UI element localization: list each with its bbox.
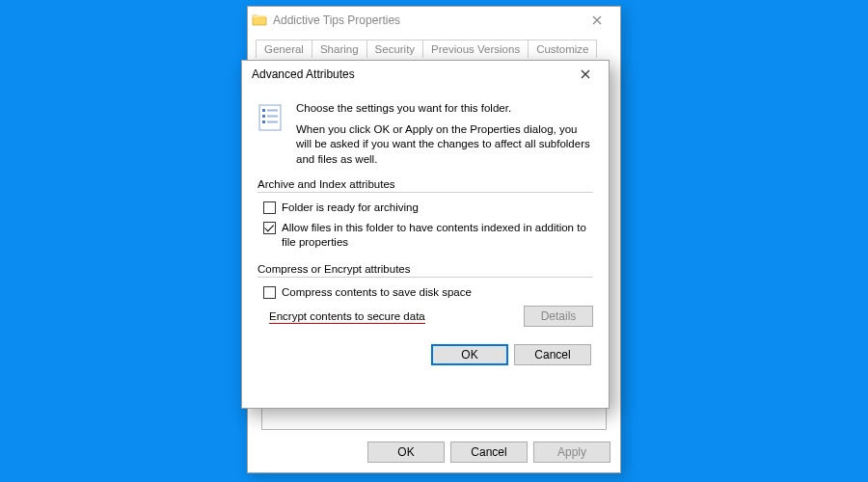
svg-rect-6 [267,116,278,118]
properties-ok-button[interactable]: OK [367,442,445,463]
checkbox-encrypt-row: Encrypt contents to secure data Details [263,306,593,327]
adv-intro-line2: When you click OK or Apply on the Proper… [296,122,593,168]
checkbox-encrypt-label[interactable]: Encrypt contents to secure data [269,310,425,322]
properties-close-icon[interactable] [578,8,616,33]
tab-previous-versions[interactable]: Previous Versions [422,40,529,58]
group-compress-encrypt-label: Compress or Encrypt attributes [258,263,593,275]
advanced-attributes-dialog: Advanced Attributes [241,60,610,409]
adv-close-icon[interactable] [566,62,605,87]
svg-rect-8 [267,121,278,123]
tab-security[interactable]: Security [366,40,424,58]
svg-rect-5 [262,115,265,118]
svg-rect-4 [267,110,278,112]
properties-title: Addictive Tips Properties [273,13,578,27]
svg-rect-7 [262,120,265,123]
folder-icon [252,13,267,28]
group-compress-encrypt: Compress or Encrypt attributes Compress … [258,263,593,327]
checkbox-archive-row[interactable]: Folder is ready for archiving [263,201,593,215]
properties-cancel-button[interactable]: Cancel [450,442,528,463]
checkbox-index[interactable] [263,222,276,234]
properties-button-row: OK Cancel Apply [367,442,610,463]
adv-intro: Choose the settings you want for this fo… [258,101,593,167]
desktop: Addictive Tips Properties General Sharin… [0,0,868,482]
group-archive-index-label: Archive and Index attributes [258,178,593,190]
checkbox-index-row[interactable]: Allow files in this folder to have conte… [263,221,593,250]
adv-title: Advanced Attributes [246,67,566,81]
checkbox-archive-label: Folder is ready for archiving [282,201,593,215]
group-archive-index: Archive and Index attributes Folder is r… [258,178,593,250]
group-divider [258,192,593,193]
properties-titlebar: Addictive Tips Properties [248,7,620,34]
checkbox-archive[interactable] [263,201,276,214]
checkbox-compress[interactable] [263,286,276,299]
adv-titlebar: Advanced Attributes [242,61,609,88]
tab-sharing[interactable]: Sharing [312,40,367,58]
checkbox-index-label: Allow files in this folder to have conte… [282,221,593,250]
adv-body: Choose the settings you want for this fo… [242,88,609,365]
svg-rect-3 [262,109,265,112]
adv-button-row: OK Cancel [258,344,593,365]
adv-intro-line1: Choose the settings you want for this fo… [296,101,593,117]
svg-rect-1 [253,15,266,17]
checkbox-compress-label: Compress contents to save disk space [282,285,593,300]
properties-tabbar: General Sharing Security Previous Versio… [248,34,620,58]
properties-apply-button[interactable]: Apply [533,442,610,463]
document-list-icon [258,101,286,167]
adv-intro-text: Choose the settings you want for this fo… [296,101,593,167]
tab-general[interactable]: General [256,40,312,58]
adv-cancel-button[interactable]: Cancel [514,344,591,365]
tab-customize[interactable]: Customize [528,40,597,58]
checkbox-compress-row[interactable]: Compress contents to save disk space [263,285,593,300]
adv-ok-button[interactable]: OK [431,344,508,365]
details-button[interactable]: Details [524,306,593,327]
group-divider [258,277,593,278]
